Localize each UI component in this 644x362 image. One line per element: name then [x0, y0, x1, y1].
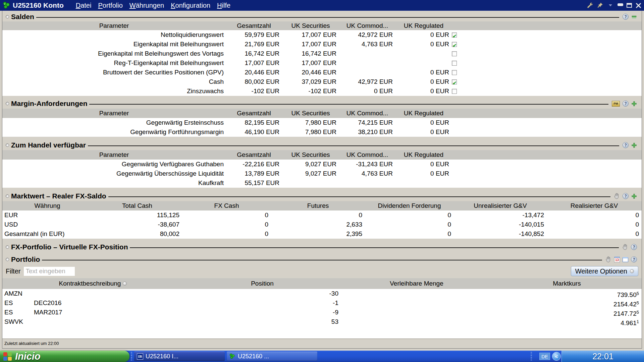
symbol: AMZN [4, 289, 34, 298]
row-checkbox[interactable] [452, 61, 457, 66]
more-options-button[interactable]: Weitere Optionen [571, 266, 638, 276]
taskbar-item-tws[interactable]: U252160 ... [227, 352, 317, 361]
table-row[interactable]: Kaufkraft 55,157 EUR [2, 178, 642, 188]
table-row[interactable]: SWVK 53 4.9611 [2, 317, 642, 326]
maximize-button[interactable] [627, 3, 632, 8]
start-button[interactable]: Inicio [0, 351, 129, 362]
table-row[interactable]: Cash 80,002 EUR 37,029 EUR 42,972 EUR 0 … [2, 77, 642, 86]
cell-unrealized: -140,015 [454, 220, 547, 229]
row-checkbox[interactable] [452, 42, 457, 47]
section-title: Portfolio [11, 255, 40, 263]
help-icon[interactable] [631, 256, 637, 262]
cell-uk-regulated [395, 58, 452, 68]
pin-icon[interactable] [597, 2, 603, 9]
table-row[interactable]: Gegenwärtig Überschüssige Liquidität 13,… [2, 169, 642, 178]
collapse-minus-icon[interactable] [631, 14, 637, 20]
table-row[interactable]: Reg-T-Eigenkapital mit Beleihungswert 17… [2, 58, 642, 68]
row-label: Kaufkraft [2, 178, 226, 188]
wrench-icon[interactable] [587, 2, 593, 9]
language-badge[interactable]: DE [539, 353, 550, 360]
hand-icon[interactable] [614, 193, 620, 199]
menu-waehrungen[interactable]: Währungen [126, 1, 167, 10]
divider [89, 104, 608, 105]
table-row[interactable]: Eigenkapital mit Beleihungswert 21,769 E… [2, 40, 642, 49]
cell-dividends: 0 [365, 210, 454, 220]
cell-realized: 0 [547, 229, 642, 239]
cell-uk-securities: 17,007 EUR [282, 58, 339, 68]
menu-datei[interactable]: Datei [72, 1, 95, 10]
row-checkbox[interactable] [452, 70, 457, 75]
table-row[interactable]: Zinszuwachs -102 EUR -102 EUR 0 EUR 0 EU… [2, 86, 642, 96]
divider [36, 17, 619, 18]
row-checkbox[interactable] [452, 79, 457, 84]
section-fx-balance: Marktwert – Realer FX-Saldo [2, 188, 642, 201]
menu-hilfe[interactable]: Hilfe [214, 1, 234, 10]
column-header-label: Kontraktbeschreibung [59, 278, 121, 289]
table-row[interactable]: ESMAR2017 -9 2147.725 [2, 308, 642, 317]
status-text: Zuletzt aktualisiert um 22:00 [4, 341, 59, 346]
minimize-button[interactable] [618, 3, 623, 6]
table-row[interactable]: Eigenkapital mit Beleihungswert des Vort… [2, 49, 642, 58]
tray-separator [531, 352, 532, 361]
sort-icon[interactable] [123, 282, 127, 286]
cell-uk-commodities: -31,243 EUR [339, 160, 395, 169]
expand-plus-icon[interactable] [631, 101, 637, 107]
table-row[interactable]: Gegenwärtig Fortführungsmargin 46,190 EU… [2, 127, 642, 137]
hand-icon[interactable] [605, 256, 611, 262]
cell-currency: Gesamtzahl (in EUR) [2, 229, 92, 239]
close-button[interactable] [635, 3, 641, 8]
calendar-icon[interactable]: 13 [614, 257, 620, 262]
cell-dividends: 0 [365, 229, 454, 239]
help-icon[interactable] [623, 142, 629, 148]
table-row[interactable]: USD -38,607 0 2,633 0 -140,015 0 [2, 220, 642, 229]
column-header-position[interactable]: Position [183, 278, 341, 289]
table-row[interactable]: Gesamtzahl (in EUR) 80,002 0 2,395 0 -14… [2, 229, 642, 239]
column-header-description[interactable]: Kontraktbeschreibung [2, 278, 183, 289]
cell-uk-securities: 17,007 EUR [282, 30, 339, 40]
column-header-uk-securities: UK Securities [282, 150, 339, 160]
chevron-down-icon[interactable] [609, 4, 612, 6]
collapse-toggle-icon[interactable] [6, 102, 9, 105]
expand-plus-icon[interactable] [631, 142, 637, 148]
column-header-uk-regulated: UK Regulated [395, 109, 452, 118]
help-icon[interactable] [623, 14, 629, 20]
row-checkbox[interactable] [452, 51, 457, 56]
table-row[interactable]: Gegenwärtig Ersteinschuss 82,195 EUR 7,9… [2, 118, 642, 127]
cell-uk-securities: -102 EUR [282, 86, 339, 96]
row-checkbox[interactable] [452, 89, 457, 94]
table-row[interactable]: AMZN -30 739.505 [2, 289, 642, 298]
table-row[interactable]: Gegenwärtig Verfügbares Guthaben -22,216… [2, 160, 642, 169]
table-row[interactable]: Bruttowert der Securities Positionen (GP… [2, 68, 642, 77]
taskbar-separator [131, 352, 132, 361]
help-icon[interactable] [623, 193, 629, 199]
collapse-toggle-icon[interactable] [6, 15, 9, 18]
layout-icon[interactable] [623, 257, 628, 262]
collapse-toggle-icon[interactable] [6, 245, 9, 249]
cell-uk-commodities: 42,972 EUR [339, 30, 395, 40]
tray-chevron-icon[interactable]: < [552, 352, 561, 361]
cell-dividends: 0 [365, 220, 454, 229]
menu-portfolio[interactable]: Portfolio [95, 1, 126, 10]
collapse-toggle-icon[interactable] [6, 143, 9, 147]
filter-input[interactable] [24, 267, 75, 276]
available-table: Gegenwärtig Verfügbares Guthaben -22,216… [2, 160, 642, 188]
column-header-price[interactable]: Marktkurs [492, 278, 642, 289]
column-header-parameter: Parameter [2, 21, 226, 30]
help-icon[interactable] [631, 244, 637, 250]
help-icon[interactable] [623, 101, 629, 107]
collapse-toggle-icon[interactable] [6, 194, 9, 198]
table-row[interactable]: EUR 115,125 0 0 0 -13,472 0 [2, 210, 642, 220]
hand-icon[interactable] [622, 244, 628, 250]
cell-total-cash: -38,607 [92, 220, 182, 229]
table-row[interactable]: Nettoliquidierungswert 59,979 EUR 17,007… [2, 30, 642, 40]
taskbar-item-ib[interactable]: IB U252160 I... [134, 352, 225, 361]
menu-konfiguration[interactable]: Konfiguration [167, 1, 214, 10]
cell-description: SWVK [2, 317, 183, 328]
collapse-toggle-icon[interactable] [6, 258, 9, 261]
table-row[interactable]: ESDEC2016 -1 2154.425 [2, 298, 642, 308]
trypm-icon[interactable]: PM [612, 101, 620, 107]
column-header-lendable[interactable]: Verleihbare Menge [341, 278, 492, 289]
cell-uk-regulated: 0 EUR [395, 30, 452, 40]
expand-plus-icon[interactable] [631, 193, 637, 199]
row-checkbox[interactable] [452, 33, 457, 38]
